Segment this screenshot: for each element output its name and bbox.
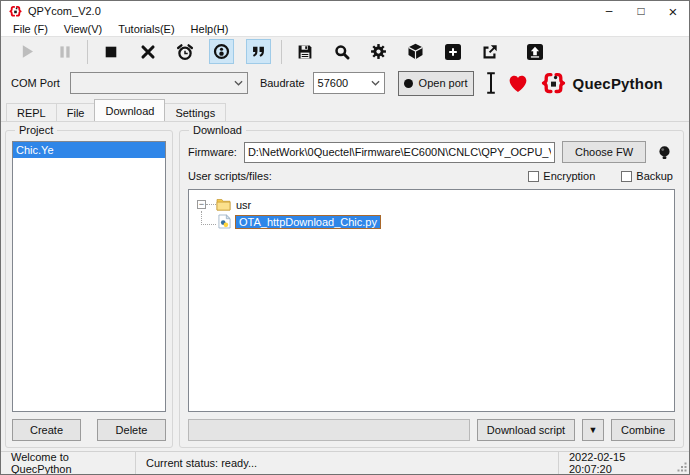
window-title: QPYcom_V2.0	[28, 5, 101, 17]
firmware-row: Firmware: Choose FW	[188, 141, 675, 163]
status-welcome: Welcome to QuecPython	[1, 452, 135, 474]
tree-node-file[interactable]: OTA_httpDownload_Chic.py	[197, 213, 666, 230]
maximize-button[interactable]: □	[625, 1, 657, 21]
download-group-label: Download	[189, 124, 246, 136]
open-port-label: Open port	[419, 77, 468, 89]
user-scripts-label: User scripts/files:	[188, 170, 272, 182]
download-dropdown-button[interactable]: ▼	[582, 419, 604, 441]
export-icon	[482, 44, 498, 60]
tab-download[interactable]: Download	[94, 99, 165, 121]
firmware-package-button[interactable]	[403, 39, 428, 64]
baudrate-select[interactable]: 57600	[313, 72, 385, 94]
tree-connector	[201, 211, 216, 225]
gear-icon	[370, 43, 387, 60]
upload-button[interactable]	[522, 39, 547, 64]
brand-name: QuecPython	[573, 75, 663, 92]
pause-button[interactable]	[52, 39, 77, 64]
heart-icon	[508, 74, 528, 93]
toolbar-separator	[281, 40, 282, 64]
tree-node-label: usr	[236, 199, 251, 211]
menu-help[interactable]: Help(H)	[183, 23, 237, 35]
close-port-button[interactable]	[135, 39, 160, 64]
search-button[interactable]	[329, 39, 354, 64]
record-button[interactable]	[209, 39, 234, 64]
menu-file[interactable]: File (F)	[5, 23, 56, 35]
encryption-checkbox[interactable]: Encryption	[528, 170, 595, 182]
run-icon	[19, 43, 36, 60]
timer-button[interactable]	[172, 39, 197, 64]
project-list-item[interactable]: Chic.Ye	[13, 142, 165, 158]
project-list[interactable]: Chic.Ye	[12, 141, 166, 412]
tree-node-usr[interactable]: − usr	[197, 196, 666, 213]
firmware-label: Firmware:	[188, 146, 237, 158]
settings-button[interactable]	[366, 39, 391, 64]
tab-file[interactable]: File	[56, 103, 96, 121]
connection-bar: COM Port Baudrate 57600 Open port	[1, 66, 689, 100]
tree-file-label[interactable]: OTA_httpDownload_Chic.py	[235, 215, 381, 229]
status-current: Current status: ready...	[136, 452, 267, 474]
create-button[interactable]: Create	[12, 419, 81, 441]
open-port-button[interactable]: Open port	[398, 71, 474, 96]
close-button[interactable]: ×	[657, 1, 689, 21]
new-button[interactable]	[440, 39, 465, 64]
backup-checkbox[interactable]: Backup	[621, 170, 673, 182]
search-icon	[334, 44, 350, 60]
python-file-icon	[218, 214, 231, 229]
options: Encryption Backup	[528, 170, 675, 182]
download-page: Project Chic.Ye Create Delete Download F…	[1, 122, 689, 451]
title-bar: QPYcom_V2.0 – □ ×	[1, 1, 689, 21]
combine-button[interactable]: Combine	[611, 419, 675, 441]
ibeam-icon	[486, 72, 496, 94]
status-bar: Welcome to QuecPython Current status: re…	[1, 451, 689, 474]
menu-bar: File (F) View(V) Tutorials(E) Help(H)	[1, 21, 689, 36]
toolbar-separator	[87, 40, 88, 64]
port-status-dot	[404, 79, 413, 88]
resize-grip[interactable]	[675, 452, 689, 474]
encryption-label: Encryption	[543, 170, 595, 182]
checkbox-icon	[528, 171, 539, 182]
tab-settings[interactable]: Settings	[164, 103, 226, 121]
window-controls: – □ ×	[593, 1, 689, 21]
baudrate-value: 57600	[318, 77, 349, 89]
download-script-button[interactable]: Download script	[477, 419, 575, 441]
timer-icon	[176, 43, 194, 61]
firmware-path-input[interactable]	[244, 142, 555, 163]
close-icon	[140, 44, 156, 60]
status-timestamp: 2022-02-15 20:07:20	[559, 452, 675, 474]
minimize-button[interactable]: –	[593, 1, 625, 21]
menu-tutorials[interactable]: Tutorials(E)	[110, 23, 182, 35]
progress-bar	[188, 419, 470, 441]
collapse-icon[interactable]: −	[197, 200, 206, 209]
folder-icon	[216, 198, 231, 211]
run-button[interactable]	[15, 39, 40, 64]
upload-icon	[527, 44, 543, 60]
checkbox-icon	[621, 171, 632, 182]
delete-button[interactable]: Delete	[97, 419, 166, 441]
tree-connector	[206, 204, 216, 205]
com-port-label: COM Port	[11, 77, 60, 89]
tab-repl[interactable]: REPL	[6, 103, 57, 121]
save-icon	[297, 44, 313, 60]
pause-icon	[57, 44, 73, 60]
comment-icon	[251, 44, 266, 59]
app-icon	[9, 5, 22, 18]
record-icon	[213, 43, 230, 60]
quecpython-logo-icon	[541, 71, 566, 96]
com-port-select[interactable]	[70, 72, 248, 94]
export-button[interactable]	[477, 39, 502, 64]
choose-fw-button[interactable]: Choose FW	[562, 141, 646, 163]
scripts-row: User scripts/files: Encryption Backup	[188, 170, 675, 182]
comment-button[interactable]	[246, 39, 271, 64]
menu-view[interactable]: View(V)	[56, 23, 110, 35]
download-actions: Download script ▼ Combine	[188, 419, 675, 441]
project-group-label: Project	[15, 124, 57, 136]
chevron-down-icon	[365, 80, 380, 86]
file-tree[interactable]: − usr	[188, 189, 675, 412]
app-window: QPYcom_V2.0 – □ × File (F) View(V) Tutor…	[0, 0, 690, 475]
save-button[interactable]	[292, 39, 317, 64]
toolbar	[1, 36, 689, 66]
stop-icon	[103, 44, 119, 60]
package-icon	[407, 43, 424, 60]
stop-button[interactable]	[98, 39, 123, 64]
bulb-icon[interactable]	[653, 141, 675, 163]
